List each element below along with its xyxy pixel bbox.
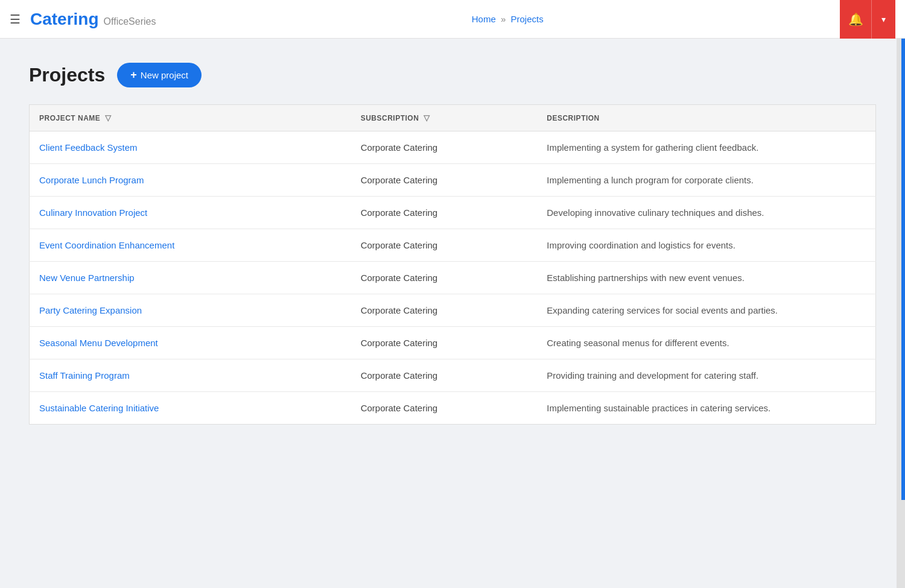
new-project-button[interactable]: + New project <box>117 63 202 87</box>
table-row: Client Feedback SystemCorporate Catering… <box>30 131 876 164</box>
table-row: Event Coordination EnhancementCorporate … <box>30 229 876 262</box>
cell-project-name: Event Coordination Enhancement <box>30 229 351 262</box>
project-link[interactable]: Culinary Innovation Project <box>39 207 147 218</box>
project-link[interactable]: Client Feedback System <box>39 142 138 153</box>
cell-subscription: Corporate Catering <box>351 164 538 197</box>
table-row: Seasonal Menu DevelopmentCorporate Cater… <box>30 327 876 359</box>
project-link[interactable]: Seasonal Menu Development <box>39 338 158 348</box>
cell-description: Developing innovative culinary technique… <box>537 197 875 229</box>
scrollbar[interactable] <box>897 0 905 588</box>
projects-table: PROJECT NAME ▽ SUBSCRIPTION ▽ DESCRIPTIO… <box>29 104 876 425</box>
cell-project-name: Client Feedback System <box>30 131 351 164</box>
brand: Catering OfficeSeries <box>30 10 156 29</box>
cell-description: Improving coordination and logistics for… <box>537 229 875 262</box>
table-row: Sustainable Catering InitiativeCorporate… <box>30 392 876 425</box>
table-row: Party Catering ExpansionCorporate Cateri… <box>30 294 876 327</box>
project-link[interactable]: Sustainable Catering Initiative <box>39 403 159 413</box>
cell-project-name: Party Catering Expansion <box>30 294 351 327</box>
filter-project-icon[interactable]: ▽ <box>105 113 112 122</box>
cell-subscription: Corporate Catering <box>351 229 538 262</box>
cell-description: Implementing a lunch program for corpora… <box>537 164 875 197</box>
cell-subscription: Corporate Catering <box>351 359 538 392</box>
table-body: Client Feedback SystemCorporate Catering… <box>30 131 876 425</box>
cell-subscription: Corporate Catering <box>351 294 538 327</box>
breadcrumb-home[interactable]: Home <box>472 14 496 24</box>
cell-project-name: Sustainable Catering Initiative <box>30 392 351 425</box>
breadcrumb-separator: » <box>501 14 506 24</box>
cell-description: Implementing sustainable practices in ca… <box>537 392 875 425</box>
page-header: Projects + New project <box>29 63 876 87</box>
plus-icon: + <box>130 69 137 81</box>
brand-series: OfficeSeries <box>104 16 156 27</box>
main-content: Projects + New project PROJECT NAME ▽ SU… <box>0 39 905 449</box>
chevron-down-icon: ▾ <box>881 14 886 24</box>
table-header: PROJECT NAME ▽ SUBSCRIPTION ▽ DESCRIPTIO… <box>30 105 876 131</box>
breadcrumb-current[interactable]: Projects <box>510 14 543 24</box>
project-link[interactable]: Staff Training Program <box>39 370 130 381</box>
filter-subscription-icon[interactable]: ▽ <box>424 113 430 122</box>
navbar: ☰ Catering OfficeSeries Home » Projects … <box>0 0 905 39</box>
col-header-subscription[interactable]: SUBSCRIPTION ▽ <box>351 105 538 131</box>
cell-description: Expanding catering services for social e… <box>537 294 875 327</box>
cell-project-name: Corporate Lunch Program <box>30 164 351 197</box>
cell-project-name: New Venue Partnership <box>30 262 351 294</box>
page-title: Projects <box>29 64 105 86</box>
nav-dropdown-button[interactable]: ▾ <box>871 0 895 39</box>
cell-description: Establishing partnerships with new event… <box>537 262 875 294</box>
new-project-label: New project <box>141 70 188 80</box>
table-row: New Venue PartnershipCorporate CateringE… <box>30 262 876 294</box>
cell-subscription: Corporate Catering <box>351 262 538 294</box>
cell-project-name: Staff Training Program <box>30 359 351 392</box>
project-link[interactable]: New Venue Partnership <box>39 273 135 283</box>
cell-subscription: Corporate Catering <box>351 131 538 164</box>
cell-subscription: Corporate Catering <box>351 327 538 359</box>
project-link[interactable]: Event Coordination Enhancement <box>39 240 174 250</box>
col-header-project-name[interactable]: PROJECT NAME ▽ <box>30 105 351 131</box>
cell-description: Creating seasonal menus for different ev… <box>537 327 875 359</box>
hamburger-icon[interactable]: ☰ <box>10 12 21 27</box>
col-header-description: DESCRIPTION <box>537 105 875 131</box>
bell-icon: 🔔 <box>848 12 863 27</box>
table-row: Staff Training ProgramCorporate Catering… <box>30 359 876 392</box>
scrollbar-thumb[interactable] <box>901 0 905 500</box>
table-row: Culinary Innovation ProjectCorporate Cat… <box>30 197 876 229</box>
table-row: Corporate Lunch ProgramCorporate Caterin… <box>30 164 876 197</box>
breadcrumb: Home » Projects <box>175 14 840 24</box>
cell-subscription: Corporate Catering <box>351 392 538 425</box>
project-link[interactable]: Corporate Lunch Program <box>39 175 144 185</box>
brand-catering: Catering <box>30 10 99 29</box>
cell-subscription: Corporate Catering <box>351 197 538 229</box>
bell-button[interactable]: 🔔 <box>840 0 871 39</box>
cell-project-name: Culinary Innovation Project <box>30 197 351 229</box>
cell-description: Implementing a system for gathering clie… <box>537 131 875 164</box>
cell-project-name: Seasonal Menu Development <box>30 327 351 359</box>
nav-actions: 🔔 ▾ <box>840 0 895 39</box>
project-link[interactable]: Party Catering Expansion <box>39 305 142 315</box>
cell-description: Providing training and development for c… <box>537 359 875 392</box>
